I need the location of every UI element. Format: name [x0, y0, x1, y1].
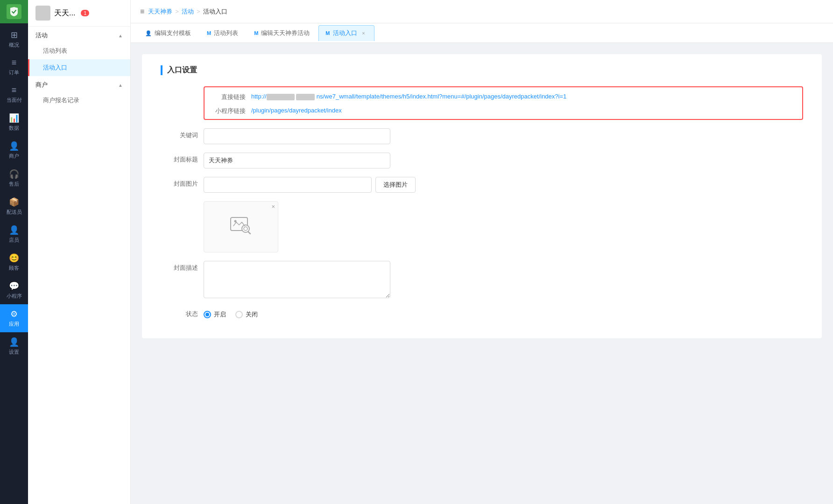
status-row: 状态 开启 关闭 [161, 307, 803, 319]
sidebar-label-data: 数据 [9, 125, 19, 132]
tab-icon-activity-entry: M [325, 30, 330, 36]
customer-icon: 😊 [9, 253, 19, 263]
sidebar-logo [0, 0, 28, 23]
chevron-up-icon: ▲ [118, 33, 123, 38]
left-nav-header: 天天... 1 [28, 0, 130, 27]
direct-link-value: http:// ns/we7_wmall/template/themes/h5/… [251, 91, 566, 100]
sidebar-item-setting[interactable]: 👤 设置 [0, 332, 28, 360]
svg-point-4 [234, 220, 237, 222]
sidebar-item-cashier[interactable]: ≡ 当面付 [0, 81, 28, 108]
mini-link-value: /plugin/pages/dayredpacket/index [251, 105, 342, 114]
nav-group-merchant: 商户 ▲ [28, 76, 130, 92]
tab-icon-edit-pay: 👤 [145, 30, 152, 36]
page-content: 入口设置 直接链接 http:// ns/we7_wmall/template/… [131, 43, 833, 504]
nav-item-activity-entry[interactable]: 活动入口 [28, 59, 130, 76]
sidebar-item-order[interactable]: ≡ 订单 [0, 53, 28, 81]
sidebar: ⊞ 概况 ≡ 订单 ≡ 当面付 📊 数据 👤 商户 🎧 售后 📦 配送员 👤 店… [0, 0, 28, 504]
tab-close-icon[interactable]: × [360, 29, 367, 37]
direct-link-blur-1 [267, 94, 295, 100]
sidebar-label-staff: 店员 [9, 237, 19, 244]
status-off-label: 关闭 [246, 310, 258, 319]
link-group: 直接链接 http:// ns/we7_wmall/template/theme… [204, 86, 803, 120]
direct-link-blur-2 [296, 94, 315, 100]
sidebar-label-service: 售后 [9, 181, 19, 188]
tab-label-edit-pay: 编辑支付模板 [155, 29, 191, 37]
breadcrumb-sep-2: > [197, 8, 200, 15]
tab-icon-activity-list: M [207, 30, 211, 36]
setting-icon: 👤 [9, 337, 19, 347]
choose-image-button[interactable]: 选择图片 [375, 177, 416, 193]
sidebar-label-miniapp: 小程序 [7, 293, 22, 300]
cover-title-label: 封面标题 [161, 153, 198, 164]
cover-desc-row: 封面描述 [161, 261, 803, 298]
sidebar-item-miniapp[interactable]: 💬 小程序 [0, 276, 28, 304]
tab-label-activity-list: 活动列表 [214, 29, 238, 37]
nav-group-activity: 活动 ▲ [28, 27, 130, 42]
overview-icon: ⊞ [11, 30, 18, 40]
miniapp-icon: 💬 [9, 281, 19, 291]
cover-desc-label: 封面描述 [161, 261, 198, 272]
tab-activity-list[interactable]: M 活动列表 [200, 25, 245, 41]
breadcrumb-activity[interactable]: 活动 [182, 7, 194, 16]
page-title: 入口设置 [161, 65, 803, 75]
keyword-row: 关键词 [161, 128, 803, 144]
logo-icon [7, 4, 21, 19]
sidebar-item-customer[interactable]: 😊 顾客 [0, 248, 28, 276]
svg-line-2 [248, 231, 251, 234]
mini-link-row: 小程序链接 /plugin/pages/dayredpacket/index [208, 105, 798, 115]
cover-title-row: 封面标题 [161, 153, 803, 168]
order-icon: ≡ [12, 58, 17, 68]
status-options: 开启 关闭 [204, 310, 258, 319]
data-icon: 📊 [9, 113, 19, 123]
tab-edit-pay[interactable]: 👤 编辑支付模板 [138, 25, 198, 41]
status-on-option[interactable]: 开启 [204, 310, 226, 319]
tab-edit-coupon[interactable]: M 编辑天天神券活动 [247, 25, 317, 41]
delivery-icon: 📦 [9, 197, 19, 207]
nav-toggle-icon[interactable]: ≡ [140, 7, 144, 16]
sidebar-item-data[interactable]: 📊 数据 [0, 108, 28, 136]
direct-link-label: 直接链接 [208, 91, 246, 101]
breadcrumb-tiantianshenquan[interactable]: 天天神券 [148, 7, 172, 16]
keyword-input[interactable] [204, 128, 390, 144]
sidebar-label-app: 应用 [9, 321, 19, 328]
mini-link-label: 小程序链接 [208, 105, 246, 115]
sidebar-item-overview[interactable]: ⊞ 概况 [0, 25, 28, 53]
image-preview-box: × [204, 201, 278, 252]
sidebar-item-app[interactable]: ⚙ 应用 [0, 304, 28, 332]
sidebar-item-staff[interactable]: 👤 店员 [0, 220, 28, 248]
nav-item-activity-list[interactable]: 活动列表 [28, 42, 130, 59]
store-badge: 1 [81, 10, 89, 16]
image-placeholder-icon [230, 216, 252, 238]
status-off-option[interactable]: 关闭 [235, 310, 258, 319]
sidebar-label-cashier: 当面付 [7, 97, 22, 104]
sidebar-item-service[interactable]: 🎧 售后 [0, 164, 28, 192]
tab-icon-edit-coupon: M [254, 30, 258, 36]
sidebar-item-merchant[interactable]: 👤 商户 [0, 136, 28, 164]
tabs-bar: 👤 编辑支付模板 M 活动列表 M 编辑天天神券活动 M 活动入口 × [131, 23, 833, 43]
cover-desc-input[interactable] [204, 261, 390, 298]
cashier-icon: ≡ [12, 85, 17, 95]
sidebar-label-customer: 顾客 [9, 265, 19, 272]
cover-image-row: 封面图片 选择图片 [161, 177, 803, 193]
sidebar-label-delivery: 配送员 [7, 209, 22, 216]
sidebar-item-delivery[interactable]: 📦 配送员 [0, 192, 28, 220]
sidebar-label-merchant: 商户 [9, 153, 19, 160]
keyword-label: 关键词 [161, 128, 198, 140]
cover-image-input[interactable] [204, 177, 372, 193]
service-icon: 🎧 [9, 169, 19, 179]
cover-title-input[interactable] [204, 153, 390, 168]
chevron-up-icon-2: ▲ [118, 83, 123, 88]
store-avatar [35, 6, 50, 21]
sidebar-label-setting: 设置 [9, 349, 19, 356]
direct-link-row: 直接链接 http:// ns/we7_wmall/template/theme… [208, 91, 798, 101]
store-name: 天天... [54, 8, 75, 18]
app-icon: ⚙ [10, 309, 18, 319]
main-area: ≡ 天天神券 > 活动 > 活动入口 👤 编辑支付模板 M 活动列表 M 编辑天… [131, 0, 833, 504]
staff-icon: 👤 [9, 225, 19, 235]
image-close-button[interactable]: × [271, 203, 275, 210]
topbar: ≡ 天天神券 > 活动 > 活动入口 [131, 0, 833, 23]
left-nav: 天天... 1 活动 ▲ 活动列表 活动入口 商户 ▲ 商户报名记录 [28, 0, 131, 504]
nav-item-merchant-record[interactable]: 商户报名记录 [28, 92, 130, 109]
tab-activity-entry[interactable]: M 活动入口 × [318, 25, 374, 41]
sidebar-label-order: 订单 [9, 69, 19, 76]
